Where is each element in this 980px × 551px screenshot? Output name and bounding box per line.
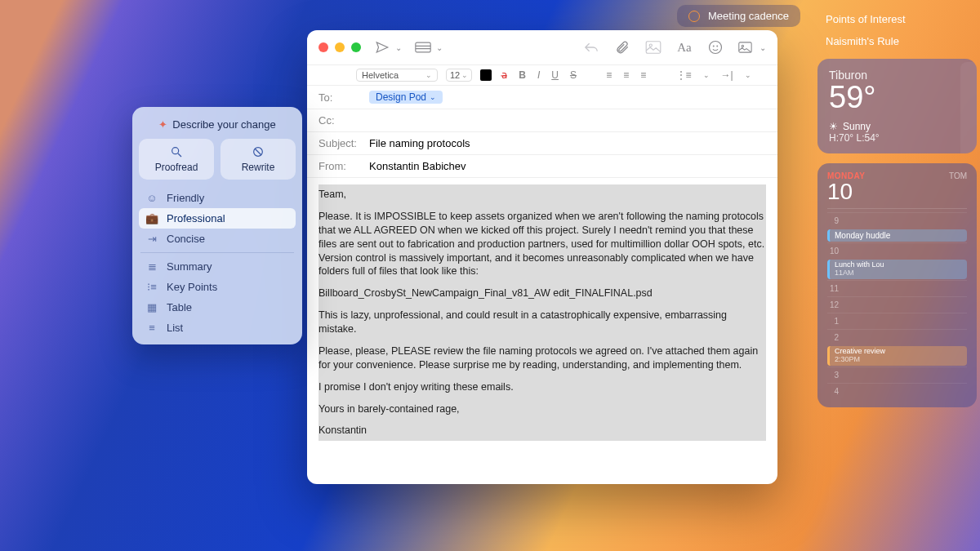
calendar-widget[interactable]: MONDAY 10 TOM 9 Monday huddle 10 Lunch w… bbox=[817, 163, 977, 407]
header-fields-icon[interactable] bbox=[415, 40, 431, 55]
format-summary[interactable]: ≣Summary bbox=[139, 256, 296, 277]
chevron-down-icon[interactable]: ⌄ bbox=[436, 43, 443, 52]
summary-icon: ≣ bbox=[145, 260, 158, 273]
format-icon[interactable]: Aa bbox=[676, 40, 693, 55]
from-label: From: bbox=[318, 160, 363, 172]
format-keypoints[interactable]: ⁝≡Key Points bbox=[139, 277, 296, 297]
strikethrough-icon[interactable]: S bbox=[568, 69, 578, 81]
svg-line-11 bbox=[178, 153, 181, 157]
compress-icon: ⇥ bbox=[145, 233, 158, 245]
weather-condition: ☀︎ Sunny bbox=[829, 121, 965, 132]
chevron-down-icon[interactable]: ⌄ bbox=[395, 43, 402, 52]
widgets-column: Points of Interest Naismith's Rule Tibur… bbox=[817, 7, 977, 407]
briefcase-icon: 💼 bbox=[145, 212, 158, 224]
reminder-label: Meeting cadence bbox=[708, 10, 789, 22]
tone-professional[interactable]: 💼Professional bbox=[139, 208, 296, 229]
text-color-swatch[interactable] bbox=[480, 69, 492, 81]
prompt-field[interactable]: ✦ Describe your change bbox=[139, 115, 296, 139]
reminder-pill[interactable]: Meeting cadence bbox=[677, 5, 800, 27]
body-line: This is lazy, unprofessional, and could … bbox=[318, 309, 766, 336]
body-line: Billboard_CrosbySt_NewCampaign_Final_v81… bbox=[318, 287, 766, 300]
cc-label: Cc: bbox=[318, 114, 363, 127]
body-line: Please. It is IMPOSSIBLE to keep assets … bbox=[318, 210, 766, 278]
italic-icon[interactable]: I bbox=[536, 69, 541, 81]
cc-field[interactable]: Cc: bbox=[307, 109, 777, 132]
mail-body[interactable]: Team, Please. It is IMPOSSIBLE to keep a… bbox=[307, 178, 777, 484]
compose-window: ⌄ ⌄ Aa ⌄ Helvetica⌄ 12⌄ a̶ B I U S ≡ ≡ ≡… bbox=[307, 30, 777, 484]
svg-point-6 bbox=[713, 46, 714, 47]
format-bar: Helvetica⌄ 12⌄ a̶ B I U S ≡ ≡ ≡ ⋮≡ ⌄ →| … bbox=[307, 64, 777, 86]
from-field[interactable]: From: Konstantin Babichev bbox=[307, 155, 777, 178]
rewrite-button[interactable]: Rewrite bbox=[220, 139, 296, 180]
indent-icon[interactable]: →| bbox=[719, 69, 735, 81]
font-picker[interactable]: Helvetica⌄ bbox=[356, 69, 438, 82]
subject-field[interactable]: Subject: File naming protocols bbox=[307, 132, 777, 155]
format-table[interactable]: ▦Table bbox=[139, 297, 296, 318]
to-field[interactable]: To: Design Pod⌄ bbox=[307, 86, 777, 109]
chevron-down-icon[interactable]: ⌄ bbox=[702, 71, 711, 79]
bold-icon[interactable]: B bbox=[517, 69, 528, 81]
weather-temp: 59° bbox=[829, 82, 965, 113]
body-line: Please, please, PLEASE review the file n… bbox=[318, 344, 766, 372]
svg-point-9 bbox=[742, 45, 743, 47]
chevron-down-icon[interactable]: ⌄ bbox=[760, 43, 766, 52]
recipient-chip[interactable]: Design Pod⌄ bbox=[369, 91, 443, 104]
proofread-button[interactable]: Proofread bbox=[139, 139, 214, 180]
emoji-icon[interactable] bbox=[707, 40, 724, 55]
close-button[interactable] bbox=[318, 42, 328, 52]
body-line: Yours in barely-contained rage, bbox=[318, 402, 766, 416]
magnify-icon bbox=[170, 145, 183, 158]
align-center-icon[interactable]: ≡ bbox=[621, 69, 630, 81]
sun-icon: ☀︎ bbox=[829, 121, 838, 132]
keypoints-icon: ⁝≡ bbox=[145, 281, 158, 293]
from-value: Konstantin Babichev bbox=[369, 160, 466, 172]
rewrite-icon bbox=[252, 145, 265, 158]
format-list[interactable]: ≡List bbox=[139, 318, 296, 338]
reminder-circle-icon bbox=[688, 11, 700, 22]
subject-label: Subject: bbox=[318, 137, 363, 149]
calendar-date: 10 bbox=[827, 180, 866, 203]
chevron-down-icon[interactable]: ⌄ bbox=[743, 71, 753, 79]
minimize-button[interactable] bbox=[335, 42, 345, 52]
list-icon[interactable]: ⋮≡ bbox=[675, 69, 693, 81]
svg-point-5 bbox=[710, 42, 722, 54]
svg-point-7 bbox=[717, 46, 718, 47]
writing-tools-popover: ✦ Describe your change Proofread Rewrite… bbox=[132, 107, 302, 344]
align-right-icon[interactable]: ≡ bbox=[639, 69, 648, 81]
weather-city: Tiburon bbox=[829, 69, 965, 82]
zoom-button[interactable] bbox=[351, 42, 361, 52]
calendar-event[interactable]: Lunch with Lou11AM bbox=[827, 260, 967, 279]
svg-rect-3 bbox=[646, 42, 661, 53]
subject-value: File naming protocols bbox=[369, 137, 470, 149]
svg-rect-0 bbox=[416, 42, 430, 52]
attach-icon[interactable] bbox=[614, 40, 630, 55]
calendar-event[interactable]: Creative review2:30PM bbox=[827, 346, 967, 366]
media-icon[interactable] bbox=[738, 40, 755, 55]
smile-icon: ☺ bbox=[145, 192, 158, 204]
note-item[interactable]: Naismith's Rule bbox=[817, 30, 977, 52]
reply-icon[interactable] bbox=[583, 40, 599, 55]
note-item[interactable]: Points of Interest bbox=[817, 7, 977, 30]
list-icon: ≡ bbox=[145, 322, 158, 334]
calendar-event[interactable]: Monday huddle bbox=[827, 229, 967, 242]
send-icon[interactable] bbox=[374, 40, 390, 55]
body-line: I promise I don't enjoy writing these em… bbox=[318, 380, 766, 394]
calendar-tomorrow-label: TOM bbox=[949, 171, 967, 180]
align-left-icon[interactable]: ≡ bbox=[604, 69, 613, 81]
tone-friendly[interactable]: ☺Friendly bbox=[139, 188, 296, 208]
strike-color-icon[interactable]: a̶ bbox=[500, 69, 509, 81]
to-label: To: bbox=[318, 91, 363, 104]
photo-icon[interactable] bbox=[645, 40, 662, 55]
weather-hilo: H:70° L:54° bbox=[829, 132, 965, 144]
sparkle-icon: ✦ bbox=[158, 118, 167, 131]
svg-point-4 bbox=[649, 44, 652, 47]
body-line: Konstantin bbox=[318, 424, 766, 438]
body-line: Team, bbox=[318, 188, 766, 202]
font-size-picker[interactable]: 12⌄ bbox=[446, 69, 472, 82]
svg-point-10 bbox=[172, 148, 179, 154]
notes-widget[interactable]: Points of Interest Naismith's Rule bbox=[817, 7, 977, 52]
weather-widget[interactable]: Tiburon 59° ☀︎ Sunny H:70° L:54° bbox=[817, 59, 977, 153]
svg-line-13 bbox=[255, 149, 261, 155]
underline-icon[interactable]: U bbox=[550, 69, 560, 81]
tone-concise[interactable]: ⇥Concise bbox=[139, 229, 296, 249]
